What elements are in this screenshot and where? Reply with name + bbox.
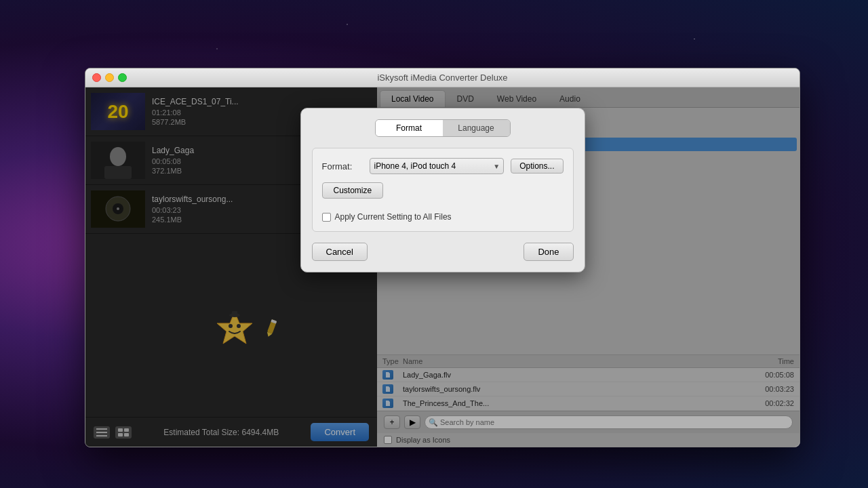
traffic-lights (92, 73, 127, 82)
app-window: iSkysoft iMedia Converter Deluxe ICE_ACE… (85, 68, 800, 447)
format-select[interactable]: iPhone 4, iPod touch 4 iPhone 3GS iPad i… (370, 158, 505, 174)
apply-checkbox[interactable] (322, 213, 331, 222)
dialog-tab-format[interactable]: Format (376, 120, 443, 136)
format-selection-row: Format: iPhone 4, iPod touch 4 iPhone 3G… (322, 158, 564, 174)
cancel-button[interactable]: Cancel (312, 243, 368, 261)
apply-row: Apply Current Setting to All Files (322, 212, 564, 222)
dialog-tabs: Format Language (375, 119, 511, 137)
dialog-overlay: Format Language Format: iPhone 4, iPod t… (85, 87, 800, 447)
customize-button[interactable]: Customize (322, 182, 384, 199)
apply-label: Apply Current Setting to All Files (335, 212, 452, 222)
dialog-buttons: Cancel Done (312, 243, 574, 261)
options-button[interactable]: Options... (511, 159, 563, 174)
format-label: Format: (322, 161, 363, 171)
minimize-button[interactable] (105, 73, 114, 82)
format-select-wrap: iPhone 4, iPod touch 4 iPhone 3GS iPad i… (370, 158, 505, 174)
maximize-button[interactable] (118, 73, 127, 82)
done-button[interactable]: Done (524, 243, 573, 261)
format-dialog: Format Language Format: iPhone 4, iPod t… (300, 108, 585, 272)
window-title: iSkysoft iMedia Converter Deluxe (377, 73, 507, 83)
close-button[interactable] (92, 73, 101, 82)
title-bar: iSkysoft iMedia Converter Deluxe (85, 68, 800, 87)
dialog-tab-language[interactable]: Language (443, 120, 510, 136)
dialog-body: Format: iPhone 4, iPod touch 4 iPhone 3G… (312, 148, 574, 232)
